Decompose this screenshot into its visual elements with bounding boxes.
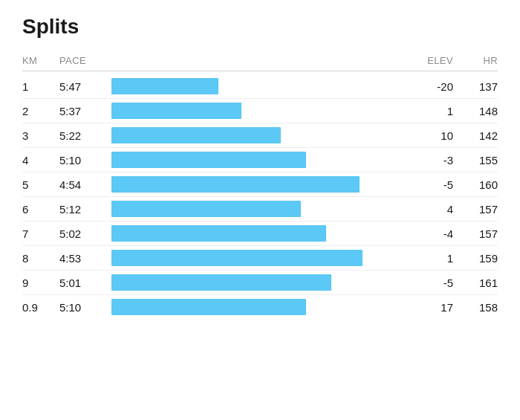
cell-elev: -5 <box>394 178 453 191</box>
pace-bar <box>111 176 360 193</box>
cell-bar <box>111 274 394 291</box>
cell-hr: 161 <box>453 277 498 289</box>
cell-hr: 137 <box>453 80 498 93</box>
pace-bar <box>111 201 301 217</box>
cell-hr: 148 <box>453 105 498 117</box>
cell-km: 2 <box>22 105 59 117</box>
cell-elev: -5 <box>394 277 453 289</box>
cell-bar <box>111 103 394 119</box>
cell-bar <box>111 152 394 168</box>
cell-elev: 10 <box>394 129 453 142</box>
cell-elev: 1 <box>394 105 453 117</box>
cell-km: 4 <box>22 154 59 167</box>
table-row: 6 5:12 4 157 <box>22 197 498 222</box>
splits-table: 1 5:47 -20 137 2 5:37 1 148 3 5:22 10 14… <box>22 74 498 319</box>
cell-bar <box>111 176 394 193</box>
cell-pace: 5:47 <box>59 80 111 93</box>
cell-bar <box>111 299 394 315</box>
table-row: 3 5:22 10 142 <box>22 123 498 148</box>
table-row: 5 4:54 -5 160 <box>22 172 498 197</box>
pace-bar <box>111 225 326 242</box>
pace-bar <box>111 103 241 119</box>
page-title: Splits <box>22 15 498 39</box>
pace-bar <box>111 152 306 168</box>
cell-hr: 160 <box>453 178 498 191</box>
cell-elev: 17 <box>394 301 453 314</box>
cell-hr: 142 <box>453 129 498 142</box>
cell-km: 7 <box>22 227 59 240</box>
cell-km: 5 <box>22 178 59 191</box>
cell-pace: 5:37 <box>59 105 111 117</box>
col-header-pace: PACE <box>59 55 111 66</box>
cell-pace: 5:10 <box>59 301 111 314</box>
col-header-elev: ELEV <box>394 55 453 66</box>
cell-km: 1 <box>22 80 59 93</box>
cell-bar <box>111 250 394 266</box>
pace-bar <box>111 78 218 94</box>
table-header: KM PACE ELEV HR <box>22 51 498 71</box>
col-header-bar <box>111 55 394 66</box>
table-row: 9 5:01 -5 161 <box>22 271 498 295</box>
cell-km: 9 <box>22 277 59 289</box>
table-row: 8 4:53 1 159 <box>22 246 498 271</box>
cell-hr: 157 <box>453 203 498 216</box>
cell-pace: 4:54 <box>59 178 111 191</box>
col-header-hr: HR <box>453 55 498 66</box>
pace-bar <box>111 127 281 143</box>
cell-bar <box>111 225 394 242</box>
cell-bar <box>111 201 394 217</box>
table-row: 7 5:02 -4 157 <box>22 222 498 246</box>
pace-bar <box>111 250 363 266</box>
cell-elev: -20 <box>394 80 453 93</box>
cell-km: 8 <box>22 252 59 265</box>
cell-bar <box>111 127 394 143</box>
cell-elev: 4 <box>394 203 453 216</box>
cell-pace: 4:53 <box>59 252 111 265</box>
cell-hr: 155 <box>453 154 498 167</box>
table-row: 1 5:47 -20 137 <box>22 74 498 99</box>
cell-elev: 1 <box>394 252 453 265</box>
col-header-km: KM <box>22 55 59 66</box>
pace-bar <box>111 299 306 315</box>
table-row: 4 5:10 -3 155 <box>22 148 498 172</box>
cell-km: 6 <box>22 203 59 216</box>
cell-hr: 158 <box>453 301 498 314</box>
cell-hr: 157 <box>453 227 498 240</box>
cell-km: 0.9 <box>22 301 59 314</box>
cell-pace: 5:10 <box>59 154 111 167</box>
cell-pace: 5:01 <box>59 277 111 289</box>
cell-elev: -3 <box>394 154 453 167</box>
cell-km: 3 <box>22 129 59 142</box>
pace-bar <box>111 274 331 291</box>
cell-hr: 159 <box>453 252 498 265</box>
cell-elev: -4 <box>394 227 453 240</box>
cell-bar <box>111 78 394 94</box>
table-row: 2 5:37 1 148 <box>22 99 498 123</box>
table-row: 0.9 5:10 17 158 <box>22 295 498 319</box>
cell-pace: 5:02 <box>59 227 111 240</box>
cell-pace: 5:22 <box>59 129 111 142</box>
cell-pace: 5:12 <box>59 203 111 216</box>
